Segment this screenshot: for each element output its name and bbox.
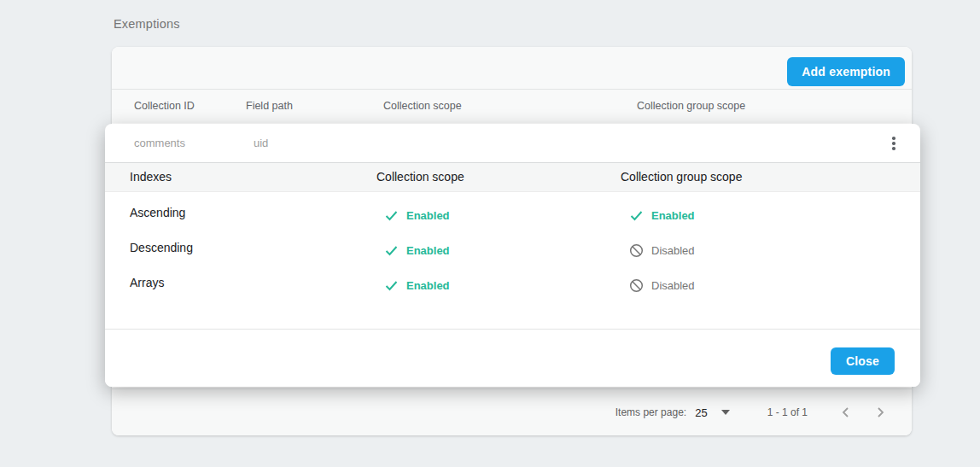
add-exemption-button[interactable]: Add exemption [787, 57, 905, 86]
status-text: Enabled [406, 244, 450, 257]
ascending-collection-scope-status: Enabled [384, 198, 450, 233]
status-text: Enabled [406, 209, 450, 222]
status-text: Enabled [406, 279, 450, 292]
next-page-button[interactable] [869, 401, 891, 423]
column-header-collection-group-scope: Collection group scope [637, 90, 745, 123]
collection-scope-column-header: Collection scope [376, 163, 464, 191]
table-footer: Items per page: 25 1 - 1 of 1 [112, 388, 912, 435]
column-header-collection-scope: Collection scope [383, 90, 462, 123]
block-icon [629, 278, 644, 293]
indexes-section-title: Indexes [130, 163, 172, 191]
dialog-footer: Close [105, 329, 920, 387]
arrays-group-scope-status: Disabled [629, 268, 695, 303]
chevron-right-icon [874, 406, 886, 418]
status-text: Disabled [651, 279, 695, 292]
descending-collection-scope-status: Enabled [384, 233, 450, 268]
pagination-range: 1 - 1 of 1 [767, 406, 808, 418]
exemption-field-path: uid [254, 124, 268, 162]
index-row-label: Descending [130, 231, 193, 266]
check-icon [384, 208, 399, 223]
arrays-collection-scope-status: Enabled [384, 268, 450, 303]
column-header-field-path: Field path [246, 90, 293, 123]
arrow-drop-down-icon [721, 410, 730, 415]
pagination-nav [835, 401, 891, 423]
exemption-collection-id: comments [134, 124, 185, 162]
exemptions-table-header: Collection ID Field path Collection scop… [112, 90, 912, 123]
index-row-label: Arrays [130, 266, 164, 301]
items-per-page-select[interactable]: 25 [695, 406, 729, 419]
check-icon [384, 278, 399, 293]
column-header-collection-id: Collection ID [134, 90, 195, 123]
more-vert-icon[interactable] [883, 132, 905, 155]
index-row-arrays: Arrays Enabled Disabled [105, 266, 920, 301]
status-text: Disabled [651, 244, 695, 257]
index-row-label: Ascending [130, 196, 185, 231]
descending-group-scope-status: Disabled [629, 233, 695, 268]
exemption-details-dialog: comments uid Indexes Collection scope Co… [105, 124, 920, 387]
ascending-group-scope-status: Enabled [629, 198, 695, 233]
index-row-ascending: Ascending Enabled Enabled [105, 196, 920, 231]
items-per-page-value: 25 [695, 406, 707, 419]
block-icon [629, 243, 644, 258]
index-row-descending: Descending Enabled Disabled [105, 231, 920, 266]
check-icon [629, 208, 644, 223]
items-per-page-label: Items per page: [615, 406, 686, 418]
check-icon [384, 243, 399, 258]
close-button[interactable]: Close [831, 347, 895, 375]
index-rows: Ascending Enabled Enabled Descending Ena… [105, 196, 920, 301]
status-text: Enabled [651, 209, 695, 222]
indexes-section-header: Indexes Collection scope Collection grou… [105, 162, 920, 192]
previous-page-button[interactable] [835, 401, 857, 423]
chevron-left-icon [840, 406, 852, 418]
card-toolbar: Add exemption [112, 47, 912, 90]
dialog-header: comments uid [105, 124, 920, 162]
collection-group-scope-column-header: Collection group scope [621, 163, 742, 191]
page-title: Exemptions [114, 17, 180, 31]
